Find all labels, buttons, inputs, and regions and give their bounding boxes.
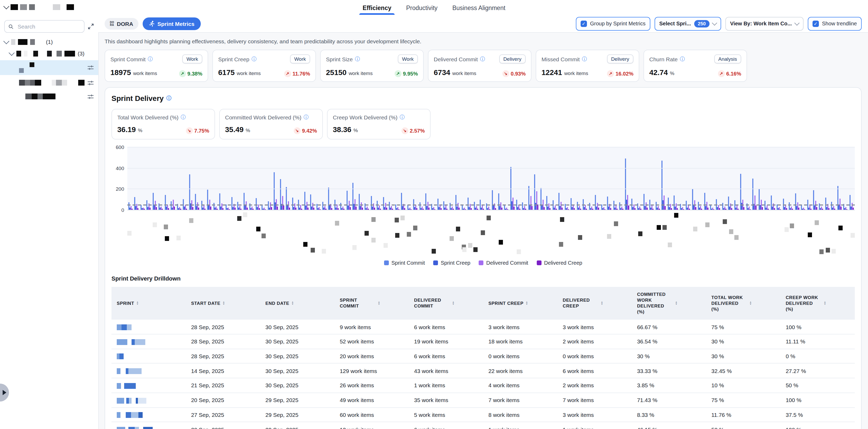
column-header[interactable]: Total Work Delivered (%)▲▼ [706, 287, 780, 319]
sort-icon[interactable]: ▲▼ [601, 301, 603, 305]
filter-sliders-icon[interactable] [87, 80, 94, 86]
bar-group [510, 167, 514, 210]
table-cell: 6 work items [557, 364, 631, 378]
column-header[interactable]: Creep Work Delivered (%)▲▼ [780, 287, 855, 319]
filter-sliders-icon[interactable] [87, 93, 94, 100]
column-header[interactable]: Delivered Creep▲▼ [557, 287, 631, 319]
select-sprints-dropdown[interactable]: Select Spri... 250 [655, 17, 721, 30]
bar-group [207, 190, 211, 210]
bar-group [322, 202, 327, 210]
view-by-dropdown[interactable]: View By: Work Item Co... [725, 17, 804, 30]
bar-group [456, 195, 460, 210]
legend-item[interactable]: Sprint Commit [384, 260, 425, 266]
info-icon[interactable]: ⓘ [582, 56, 587, 62]
table-cell: 46.15 % [632, 422, 706, 429]
search-box[interactable] [4, 20, 85, 33]
sort-icon[interactable]: ▲▼ [749, 301, 752, 305]
metric-unit: % [138, 127, 143, 133]
redacted-axis-label [734, 235, 739, 240]
column-header[interactable]: Delivered Commit▲▼ [409, 287, 483, 319]
sort-icon[interactable]: ▲▼ [136, 301, 139, 305]
tree-item[interactable] [0, 76, 98, 90]
checkbox-checked-icon[interactable]: ✓ [812, 20, 819, 27]
table-cell: 29 Sep, 2025 [260, 407, 334, 422]
sort-icon[interactable]: ▲▼ [675, 301, 678, 305]
column-header[interactable]: Start Date▲▼ [186, 287, 260, 319]
search-input[interactable] [17, 23, 80, 30]
column-header[interactable]: End Date▲▼ [260, 287, 334, 319]
column-header[interactable]: Sprint▲▼ [112, 287, 186, 319]
filter-sliders-icon[interactable] [87, 64, 94, 71]
tree-item[interactable] [0, 90, 98, 103]
column-label: Sprint Commit [340, 298, 376, 309]
table-cell: 0 work items [483, 349, 557, 363]
sort-icon[interactable]: ▲▼ [526, 301, 528, 305]
tab-business-alignment[interactable]: Business Alignment [451, 1, 506, 14]
dora-button[interactable]: DORA DORA [104, 18, 138, 29]
tree-item-selected[interactable] [0, 60, 98, 75]
table-cell: 29 Sep, 2025 [260, 422, 334, 429]
redacted-axis-label [517, 249, 521, 254]
sort-icon[interactable]: ▲▼ [824, 301, 826, 305]
column-header[interactable]: Sprint Commit▲▼ [334, 287, 409, 319]
chevron-down-icon [712, 20, 717, 25]
legend-item[interactable]: Delivered Creep [537, 260, 583, 266]
metric-delta: ↗9.95% [394, 70, 418, 77]
sort-icon[interactable]: ▲▼ [378, 301, 380, 305]
expand-icon[interactable] [88, 23, 94, 30]
tree-root[interactable]: (1) [0, 36, 98, 48]
chevron-down-icon [794, 20, 800, 25]
redacted-axis-label [790, 223, 794, 228]
table-cell: 2 work items [557, 334, 631, 349]
info-icon[interactable]: ⓘ [304, 115, 309, 120]
legend-label: Sprint Commit [392, 260, 425, 266]
sort-icon[interactable]: ▲▼ [291, 301, 294, 305]
checkbox-checked-icon[interactable]: ✓ [581, 20, 587, 27]
sprint-metrics-button[interactable]: Sprint Metrics [143, 17, 201, 30]
tab-productivity[interactable]: Productivity [405, 1, 439, 14]
legend-item[interactable]: Sprint Creep [433, 260, 470, 266]
info-icon[interactable]: ⓘ [148, 56, 153, 62]
info-icon[interactable]: ⓘ [181, 115, 186, 120]
info-icon[interactable]: ⓘ [166, 96, 172, 101]
metric-title: Creep Work Delivered (%) [333, 114, 398, 120]
bar-group [304, 192, 308, 210]
show-trendline-toggle[interactable]: ✓ Show trendline [808, 17, 862, 30]
show-trendline-label: Show trendline [822, 21, 857, 26]
metric-delta: ↘2.57% [401, 127, 425, 134]
table-cell: 75 % [706, 393, 780, 407]
tab-efficiency[interactable]: Efficiency [362, 1, 393, 14]
info-icon[interactable]: ⓘ [400, 115, 405, 120]
table-cell: 5 work items [409, 407, 483, 422]
metric-card: Sprint Commit ⓘ Work 18975 work items ↗9… [104, 50, 208, 82]
runner-icon [149, 20, 155, 27]
sprint-metrics-label: Sprint Metrics [157, 20, 194, 27]
legend-item[interactable]: Delivered Commit [479, 260, 528, 266]
metric-unit: % [246, 127, 250, 133]
column-header[interactable]: Sprint Creep▲▼ [483, 287, 557, 319]
info-icon[interactable]: ⓘ [355, 56, 360, 62]
table-cell: 6 work items [409, 319, 483, 334]
table-cell: 8 work items [483, 407, 557, 422]
tree-child-group[interactable]: (3) [5, 48, 98, 59]
column-header[interactable]: Committed Work Delivered (%)▲▼ [632, 287, 706, 319]
redacted-axis-label [499, 240, 503, 244]
table-cell: 20 work items [334, 349, 409, 363]
bar-group [704, 193, 708, 210]
bar-group [238, 202, 242, 210]
bar-group [692, 189, 696, 210]
table-cell: 9 work items [334, 319, 409, 334]
sort-icon[interactable]: ▲▼ [223, 301, 225, 305]
sort-icon[interactable]: ▲▼ [452, 301, 455, 305]
info-icon[interactable]: ⓘ [680, 56, 685, 62]
metric-unit: work items [237, 70, 261, 76]
redacted-axis-label [304, 242, 308, 246]
tree-child-count: (3) [78, 50, 85, 57]
table-cell: 52 work items [334, 334, 409, 349]
info-icon[interactable]: ⓘ [251, 56, 256, 62]
group-by-toggle[interactable]: ✓ Group by Sprint Metrics [576, 17, 650, 30]
table-row: 28 Sep, 202530 Sep, 20259 work items6 wo… [112, 319, 855, 334]
metric-title: Churn Rate [649, 56, 678, 62]
info-icon[interactable]: ⓘ [480, 56, 485, 62]
redacted-axis-label [237, 216, 242, 221]
